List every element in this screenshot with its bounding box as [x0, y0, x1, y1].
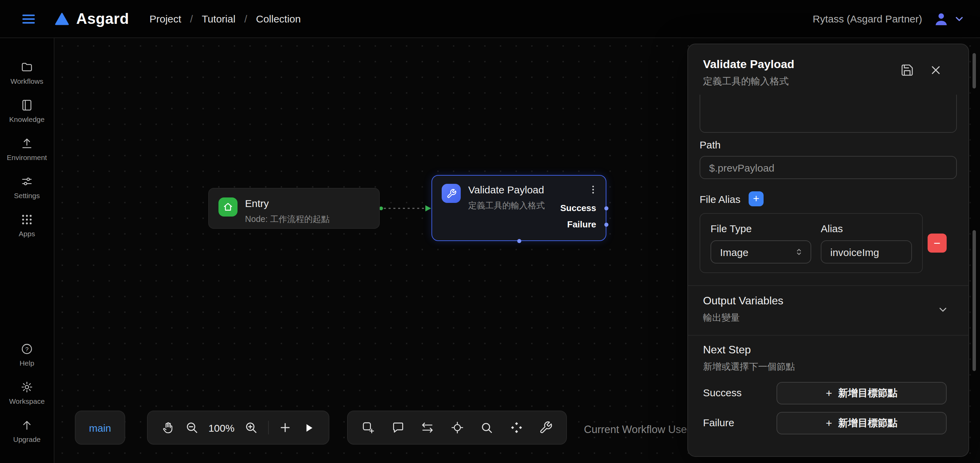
hamburger-menu-icon[interactable] — [21, 11, 37, 27]
sidebar-item-label: Upgrade — [13, 435, 41, 443]
success-port[interactable] — [605, 206, 608, 211]
sidebar-item-label: Help — [19, 359, 34, 367]
breadcrumb-separator: / — [190, 13, 193, 24]
add-target-button-label: 新增目標節點 — [838, 417, 897, 429]
upload-icon — [21, 137, 33, 150]
workflow-usage-status: Current Workflow Used — [584, 418, 693, 441]
sidebar-item-workflows[interactable]: Workflows — [0, 56, 54, 90]
add-node-icon[interactable] — [361, 421, 375, 434]
account-name[interactable]: Rytass (Asgard Partner) — [813, 13, 922, 24]
breadcrumb-tutorial[interactable]: Tutorial — [202, 13, 235, 24]
logo-text: Asgard — [76, 10, 129, 27]
description-textarea[interactable] — [700, 95, 957, 133]
svg-text:?: ? — [25, 346, 29, 353]
search-icon[interactable] — [480, 421, 493, 434]
branch-selector-button[interactable]: main — [75, 410, 125, 445]
sidebar-item-label: Settings — [14, 191, 40, 200]
gear-icon — [21, 381, 33, 394]
file-alias-label: File Alias — [700, 193, 740, 204]
add-icon[interactable] — [279, 421, 292, 434]
close-icon[interactable] — [929, 63, 943, 77]
pan-hand-icon[interactable] — [161, 421, 175, 434]
breadcrumb: Project / Tutorial / Collection — [150, 13, 301, 24]
user-menu-button[interactable] — [933, 11, 965, 27]
left-sidebar: Workflows Knowledge Environment Settings… — [0, 38, 54, 463]
run-icon[interactable] — [302, 421, 315, 434]
edge-arrowhead — [425, 205, 431, 211]
plus-icon: + — [826, 387, 832, 399]
select-chevrons-icon — [794, 247, 804, 257]
alias-input[interactable] — [821, 240, 912, 263]
tools-wrench-icon[interactable] — [539, 421, 553, 434]
sidebar-item-help[interactable]: ? Help — [0, 338, 54, 372]
add-failure-target-button[interactable]: + 新增目標節點 — [776, 412, 947, 434]
next-step-subtitle: 新增或選擇下一個節點 — [703, 361, 795, 373]
sidebar-item-label: Workflows — [11, 77, 43, 85]
node-entry-title: Entry — [245, 198, 330, 211]
sidebar-top-group: Workflows Knowledge Environment Settings… — [0, 56, 54, 246]
save-icon[interactable] — [900, 63, 914, 77]
node-output-failure: Failure — [567, 219, 596, 230]
scrollbar-thumb-main[interactable] — [972, 230, 976, 371]
chevron-down-icon — [953, 13, 965, 24]
node-menu-kebab-icon[interactable] — [587, 184, 599, 195]
path-input[interactable] — [700, 156, 957, 179]
breadcrumb-separator: / — [244, 13, 247, 24]
node-validate-title: Validate Payload — [468, 184, 545, 197]
sidebar-item-label: Apps — [19, 230, 35, 238]
node-validate-payload[interactable]: Validate Payload 定義工具的輸入格式 Success Failu… — [431, 175, 606, 241]
node-output-success: Success — [560, 203, 596, 213]
logo-triangle-icon — [54, 11, 69, 26]
bottom-port[interactable] — [517, 239, 521, 243]
node-validate-subtitle: 定義工具的輸入格式 — [468, 200, 545, 212]
success-row-label: Success — [703, 387, 741, 398]
breadcrumb-project[interactable]: Project — [150, 13, 181, 24]
node-entry[interactable]: Entry Node: 工作流程的起點 — [208, 188, 380, 229]
panel-subtitle: 定義工具的輸入格式 — [703, 75, 789, 88]
next-step-title: Next Step — [703, 344, 751, 356]
node-entry-texts: Entry Node: 工作流程的起點 — [245, 198, 330, 225]
remove-file-alias-button[interactable]: − — [928, 233, 947, 252]
sidebar-item-environment[interactable]: Environment — [0, 132, 54, 166]
canvas-zoom-toolbar: 100% — [147, 410, 329, 445]
arrow-up-icon — [21, 419, 33, 432]
file-alias-card: File Type Alias Image — [700, 213, 923, 273]
zoom-in-icon[interactable] — [244, 421, 258, 434]
failure-row-label: Failure — [703, 417, 734, 428]
comment-icon[interactable] — [391, 421, 404, 434]
zoom-out-icon[interactable] — [185, 421, 198, 434]
add-success-target-button[interactable]: + 新增目標節點 — [776, 382, 947, 404]
sliders-icon — [21, 175, 33, 188]
failure-port[interactable] — [605, 223, 608, 227]
node-validate-texts: Validate Payload 定義工具的輸入格式 — [468, 184, 545, 212]
sidebar-item-settings[interactable]: Settings — [0, 170, 54, 204]
sidebar-item-apps[interactable]: Apps — [0, 208, 54, 243]
app-window: Asgard Project / Tutorial / Collection R… — [0, 0, 980, 463]
add-file-alias-button[interactable]: + — [749, 191, 764, 206]
path-label: Path — [700, 139, 721, 150]
scrollbar-thumb-top[interactable] — [972, 53, 976, 88]
sidebar-item-label: Environment — [7, 153, 47, 161]
locate-icon[interactable] — [450, 421, 464, 434]
sidebar-item-knowledge[interactable]: Knowledge — [0, 94, 54, 128]
section-divider — [688, 285, 969, 286]
node-config-panel: Validate Payload 定義工具的輸入格式 Path File Ali… — [687, 43, 969, 457]
app-logo[interactable]: Asgard — [54, 10, 129, 27]
folder-icon — [21, 61, 33, 73]
entry-output-port — [379, 206, 383, 210]
top-bar: Asgard Project / Tutorial / Collection R… — [0, 0, 980, 38]
file-alias-card-controls: Image — [711, 240, 912, 263]
auto-layout-icon[interactable] — [509, 421, 523, 434]
swap-horizontal-icon[interactable] — [421, 421, 434, 434]
file-type-select[interactable]: Image — [711, 240, 811, 263]
sidebar-item-upgrade[interactable]: Upgrade — [0, 414, 54, 448]
output-variables-title[interactable]: Output Variables — [703, 295, 783, 307]
plus-icon: + — [826, 417, 832, 429]
panel-title: Validate Payload — [703, 58, 794, 72]
add-target-button-label: 新增目標節點 — [838, 387, 897, 400]
home-icon — [218, 198, 237, 217]
user-avatar-icon — [933, 11, 950, 27]
sidebar-item-workspace[interactable]: Workspace — [0, 376, 54, 410]
collapse-chevron-down-icon[interactable] — [937, 304, 949, 315]
breadcrumb-collection[interactable]: Collection — [256, 13, 301, 24]
